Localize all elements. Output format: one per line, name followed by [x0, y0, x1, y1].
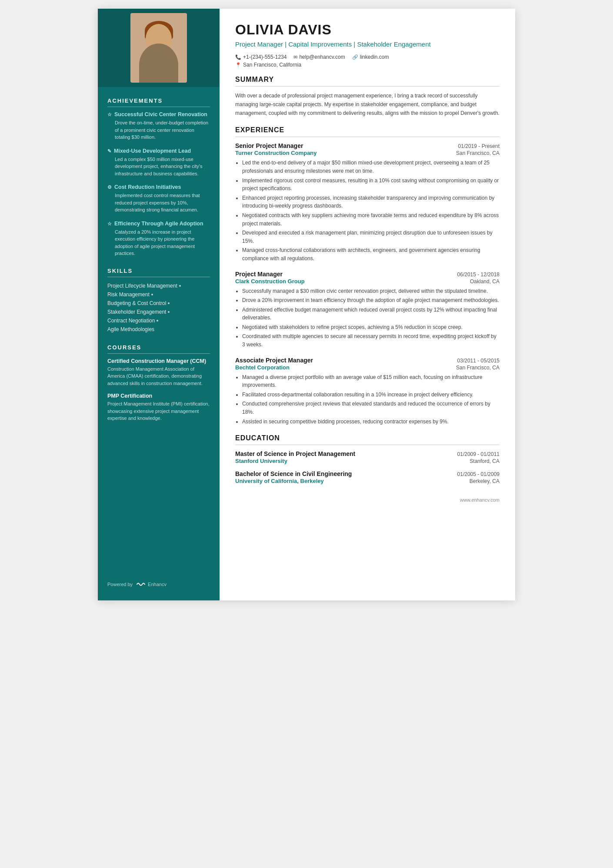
achievement-desc-0: Drove the on-time, under-budget completi… — [107, 119, 210, 141]
edu-dates-1: 01/2005 - 01/2009 — [457, 471, 500, 477]
edu-entry-1: Bachelor of Science in Civil Engineering… — [235, 470, 500, 484]
achievement-desc-2: Implemented cost control measures that r… — [107, 192, 210, 214]
job-role-0: Senior Project Manager — [235, 142, 303, 149]
phone-item: 📞 +1-(234)-555-1234 — [235, 54, 287, 60]
phone-icon: 📞 — [235, 54, 241, 60]
achievement-icon-1: ✎ — [107, 148, 111, 154]
skill-dot-0 — [179, 285, 181, 287]
job-company-2: Bechtel Corporation — [235, 364, 290, 371]
bullet-1-3: Negotiated with stakeholders to refine p… — [242, 323, 500, 332]
job-bullets-2: Managed a diverse project portfolio with… — [235, 373, 500, 426]
bullet-2-0: Managed a diverse project portfolio with… — [242, 373, 500, 389]
email-value: help@enhancv.com — [299, 54, 345, 60]
bullet-1-2: Administered effective budget management… — [242, 306, 500, 322]
skill-item-4: Contract Negotiation — [107, 316, 210, 325]
summary-text: With over a decade of professional proje… — [235, 92, 500, 117]
job-subheader-0: Turner Construction Company San Francisc… — [235, 150, 500, 156]
achievement-title-0: ☆ Successful Civic Center Renovation — [107, 111, 210, 117]
job-bullets-1: Successfully managed a $30 million civic… — [235, 287, 500, 349]
skill-item-1: Risk Management — [107, 290, 210, 299]
skill-dot-4 — [157, 320, 158, 322]
job-company-1: Clark Construction Group — [235, 278, 305, 285]
achievement-icon-0: ☆ — [107, 112, 112, 117]
achievements-title: ACHIEVEMENTS — [107, 97, 210, 107]
phone-value: +1-(234)-555-1234 — [243, 54, 287, 60]
skill-item-2: Budgeting & Cost Control — [107, 299, 210, 308]
location-value: San Francisco, California — [243, 62, 301, 68]
job-location-1: Oakland, CA — [470, 278, 500, 285]
candidate-title: Project Manager | Capital Improvements |… — [235, 40, 500, 49]
edu-school-1: University of California, Berkeley — [235, 478, 324, 484]
job-company-0: Turner Construction Company — [235, 150, 317, 156]
courses-section: COURSES Certified Construction Manager (… — [107, 344, 210, 422]
bullet-0-5: Managed cross-functional collaborations … — [242, 246, 500, 262]
job-entry-0: Senior Project Manager 01/2019 - Present… — [235, 142, 500, 262]
edu-entry-0: Master of Science in Project Management … — [235, 450, 500, 464]
bullet-0-3: Negotiated contracts with key suppliers … — [242, 211, 500, 228]
achievement-desc-1: Led a complex $50 million mixed-use deve… — [107, 156, 210, 178]
skill-item-3: Stakeholder Engagement — [107, 308, 210, 316]
skill-dot-3 — [168, 311, 170, 313]
photo-area — [98, 9, 220, 87]
job-header-1: Project Manager 06/2015 - 12/2018 — [235, 271, 500, 278]
job-role-2: Associate Project Manager — [235, 357, 313, 364]
job-location-2: San Francisco, CA — [456, 365, 500, 371]
main-content: OLIVIA DAVIS Project Manager | Capital I… — [220, 9, 515, 600]
bullet-1-0: Successfully managed a $30 million civic… — [242, 287, 500, 295]
enhancv-logo-icon — [136, 581, 146, 587]
linkedin-icon: 🔗 — [352, 54, 358, 60]
bullet-1-1: Drove a 20% improvement in team efficien… — [242, 296, 500, 305]
edu-location-0: Stanford, CA — [470, 458, 500, 464]
achievement-icon-3: ☆ — [107, 221, 112, 227]
job-role-1: Project Manager — [235, 271, 283, 278]
job-dates-2: 03/2011 - 05/2015 — [457, 358, 500, 364]
course-title-1: PMP Certification — [107, 393, 210, 399]
achievement-icon-2: ⚙ — [107, 184, 112, 190]
sidebar: ACHIEVEMENTS ☆ Successful Civic Center R… — [98, 9, 220, 600]
course-item-0: Certified Construction Manager (CCM) Con… — [107, 358, 210, 387]
achievement-title-3: ☆ Efficiency Through Agile Adoption — [107, 221, 210, 227]
job-dates-0: 01/2019 - Present — [458, 143, 500, 149]
bullet-2-2: Conducted comprehensive project reviews … — [242, 400, 500, 416]
skills-title: SKILLS — [107, 268, 210, 277]
experience-title: EXPERIENCE — [235, 126, 500, 134]
enhancv-logo: Enhancv — [136, 581, 167, 587]
summary-title: SUMMARY — [235, 76, 500, 84]
education-divider — [235, 445, 500, 445]
edu-location-1: Berkeley, CA — [470, 478, 500, 484]
achievement-item-3: ☆ Efficiency Through Agile Adoption Cata… — [107, 221, 210, 257]
bullet-0-4: Developed and executed a risk management… — [242, 229, 500, 245]
location-icon: 📍 — [235, 62, 241, 68]
achievement-item-1: ✎ Mixed-Use Development Lead Led a compl… — [107, 148, 210, 178]
sidebar-content: ACHIEVEMENTS ☆ Successful Civic Center R… — [98, 87, 220, 443]
footer-website: www.enhancv.com — [460, 497, 500, 503]
linkedin-value: linkedin.com — [360, 54, 389, 60]
location-item: 📍 San Francisco, California — [235, 62, 500, 68]
job-entry-2: Associate Project Manager 03/2011 - 05/2… — [235, 357, 500, 426]
achievement-title-2: ⚙ Cost Reduction Initiatives — [107, 184, 210, 190]
achievement-title-1: ✎ Mixed-Use Development Lead — [107, 148, 210, 154]
powered-by-label: Powered by — [107, 582, 133, 587]
achievement-item-2: ⚙ Cost Reduction Initiatives Implemented… — [107, 184, 210, 214]
job-subheader-1: Clark Construction Group Oakland, CA — [235, 278, 500, 285]
bullet-1-4: Coordinated with multiple agencies to se… — [242, 332, 500, 349]
experience-divider — [235, 137, 500, 137]
achievement-item-0: ☆ Successful Civic Center Renovation Dro… — [107, 111, 210, 141]
achievements-section: ACHIEVEMENTS ☆ Successful Civic Center R… — [107, 97, 210, 257]
email-icon: ✉ — [293, 54, 297, 60]
photo-body — [139, 44, 178, 83]
job-header-2: Associate Project Manager 03/2011 - 05/2… — [235, 357, 500, 364]
job-dates-1: 06/2015 - 12/2018 — [457, 271, 500, 278]
contact-info: 📞 +1-(234)-555-1234 ✉ help@enhancv.com 🔗… — [235, 54, 500, 60]
course-desc-0: Construction Management Association of A… — [107, 365, 210, 387]
edu-header-0: Master of Science in Project Management … — [235, 450, 500, 457]
course-item-1: PMP Certification Project Management Ins… — [107, 393, 210, 422]
edu-header-1: Bachelor of Science in Civil Engineering… — [235, 470, 500, 477]
edu-degree-1: Bachelor of Science in Civil Engineering — [235, 470, 352, 477]
candidate-name: OLIVIA DAVIS — [235, 22, 500, 38]
profile-photo — [130, 13, 187, 83]
course-desc-1: Project Management Institute (PMI) certi… — [107, 400, 210, 422]
edu-school-0: Stanford University — [235, 458, 287, 464]
bullet-2-1: Facilitated cross-departmental collabora… — [242, 391, 500, 399]
main-footer: www.enhancv.com — [235, 497, 500, 503]
